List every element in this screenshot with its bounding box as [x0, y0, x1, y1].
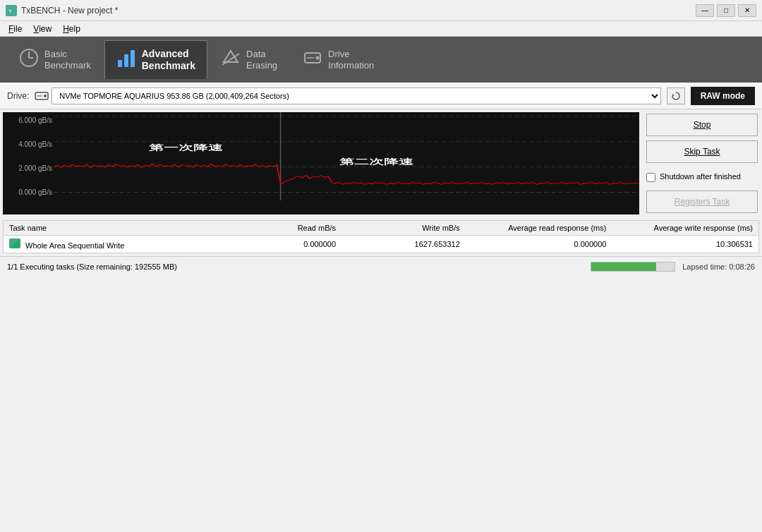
menu-view[interactable]: View	[28, 23, 57, 35]
y-label-0: 0.000 gB/s	[4, 188, 52, 196]
table-area: Task name Read mB/s Write mB/s Average r…	[3, 220, 759, 253]
read-cell: 0.000000	[217, 237, 341, 251]
shutdown-label[interactable]: Shutdown after finished	[660, 171, 741, 181]
registers-task-button[interactable]: Registers Task	[646, 191, 758, 213]
rawmode-button[interactable]: RAW mode	[691, 87, 755, 105]
tab-basic-benchmark[interactable]: Basic Benchmark	[7, 40, 103, 79]
right-panel: Stop Skip Task Shutdown after finished R…	[642, 109, 762, 217]
chart-canvas: 第一次降速 第二次降速	[54, 112, 639, 200]
tab-drive-information[interactable]: Drive Information	[291, 40, 386, 79]
task-name: Whole Area Sequential Write	[25, 241, 124, 250]
close-button[interactable]: ✕	[738, 4, 756, 17]
data-erasing-label: Data Erasing	[246, 49, 277, 71]
basic-benchmark-label: Basic Benchmark	[44, 49, 91, 71]
skip-task-button[interactable]: Skip Task	[646, 140, 758, 163]
col-header-write: Write mB/s	[341, 221, 466, 235]
svg-rect-6	[124, 54, 128, 67]
col-header-task: Task name	[4, 221, 217, 235]
chart-area: 6.000 gB/s 4.000 gB/s 2.000 gB/s 0.000 g…	[3, 112, 639, 214]
window-title: TxBENCH - New project *	[21, 6, 696, 16]
svg-text:第二次降速: 第二次降速	[339, 157, 415, 167]
erasing-icon	[221, 48, 241, 71]
progress-bar-inner	[591, 262, 656, 271]
app-icon: T	[6, 5, 17, 16]
drive-icon	[303, 48, 322, 71]
statusbar: 1/1 Executing tasks (Size remaining: 192…	[0, 256, 762, 276]
task-icon	[9, 238, 20, 248]
col-header-avgwrite: Average write response (ms)	[612, 221, 758, 235]
chart-svg: 第一次降速 第二次降速	[54, 112, 639, 200]
drive-label: Drive:	[7, 91, 29, 101]
avg-write-cell: 10.306531	[612, 237, 758, 251]
lapsed-time: Lapsed time: 0:08:26	[682, 262, 755, 271]
stop-button[interactable]: Stop	[646, 114, 758, 136]
menubar: File View Help	[0, 21, 762, 37]
avg-read-cell: 0.000000	[466, 237, 612, 251]
y-label-2: 2.000 gB/s	[4, 164, 52, 172]
svg-rect-7	[131, 50, 135, 67]
minimize-button[interactable]: —	[696, 4, 714, 17]
titlebar: T TxBENCH - New project * — □ ✕	[0, 0, 762, 21]
window-controls[interactable]: — □ ✕	[696, 4, 756, 17]
middle-row: 6.000 gB/s 4.000 gB/s 2.000 gB/s 0.000 g…	[0, 109, 762, 217]
col-header-avgread: Average read response (ms)	[466, 221, 612, 235]
menu-file[interactable]: File	[3, 23, 28, 35]
y-axis: 6.000 gB/s 4.000 gB/s 2.000 gB/s 0.000 g…	[3, 112, 54, 200]
svg-point-13	[44, 95, 47, 97]
table-row: Whole Area Sequential Write 0.000000 162…	[4, 236, 758, 253]
tab-data-erasing[interactable]: Data Erasing	[209, 40, 289, 79]
drive-refresh-button[interactable]	[667, 87, 685, 104]
svg-marker-15	[672, 94, 675, 96]
svg-rect-5	[118, 60, 122, 67]
task-name-cell: Whole Area Sequential Write	[4, 236, 217, 253]
progress-bar	[591, 262, 675, 272]
y-label-6: 6.000 gB/s	[4, 116, 52, 124]
shutdown-checkbox-row: Shutdown after finished	[646, 171, 758, 182]
shutdown-checkbox[interactable]	[646, 173, 655, 182]
status-text: 1/1 Executing tasks (Size remaining: 192…	[7, 262, 583, 271]
svg-text:T: T	[8, 8, 12, 15]
table-header: Task name Read mB/s Write mB/s Average r…	[4, 221, 758, 236]
tab-advanced-benchmark[interactable]: Advanced Benchmark	[104, 40, 207, 79]
barchart-icon	[116, 49, 136, 72]
x-axis	[54, 200, 639, 214]
svg-point-10	[316, 56, 320, 60]
write-cell: 1627.653312	[341, 237, 466, 251]
drive-small-icon	[35, 90, 49, 102]
clock-icon	[19, 48, 39, 71]
maximize-button[interactable]: □	[717, 4, 735, 17]
col-header-read: Read mB/s	[217, 221, 341, 235]
tabbar: Basic Benchmark Advanced Benchmark Data …	[0, 37, 762, 83]
drive-information-label: Drive Information	[328, 49, 374, 71]
drive-select[interactable]: NVMe TOPMORE AQUARIUS 953.86 GB (2,000,4…	[52, 87, 660, 104]
svg-text:第一次降速: 第一次降速	[149, 143, 224, 152]
advanced-benchmark-label: Advanced Benchmark	[142, 48, 195, 72]
menu-help[interactable]: Help	[57, 23, 86, 35]
drivebar: Drive: NVMe TOPMORE AQUARIUS 953.86 GB (…	[0, 83, 762, 109]
y-label-4: 4.000 gB/s	[4, 140, 52, 148]
